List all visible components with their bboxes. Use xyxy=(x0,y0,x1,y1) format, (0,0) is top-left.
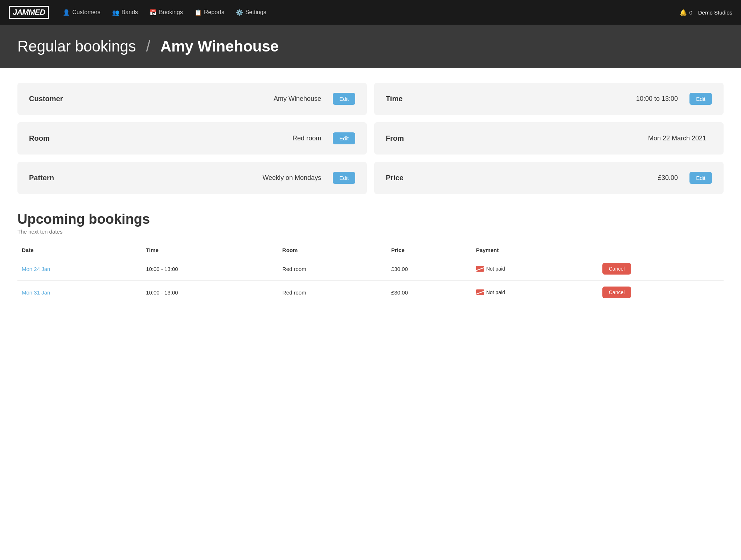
not-paid-icon xyxy=(476,289,484,295)
room-edit-button[interactable]: Edit xyxy=(333,132,355,144)
room-card: Room Red room Edit xyxy=(17,122,367,155)
payment-status: Not paid xyxy=(486,289,505,295)
settings-icon xyxy=(236,9,243,16)
pattern-edit-button[interactable]: Edit xyxy=(333,172,355,184)
cell-price: £30.00 xyxy=(387,281,472,304)
nav-bands[interactable]: Bands xyxy=(107,6,143,19)
from-value: Mon 22 March 2021 xyxy=(435,135,712,142)
from-label: From xyxy=(386,134,429,143)
price-label: Price xyxy=(386,174,429,182)
cancel-button[interactable]: Cancel xyxy=(602,263,631,275)
nav-bookings[interactable]: Bookings xyxy=(144,6,188,19)
nav-reports[interactable]: Reports xyxy=(189,6,229,19)
customer-value: Amy Winehouse xyxy=(78,95,327,103)
pattern-card: Pattern Weekly on Mondays Edit xyxy=(17,162,367,194)
col-date: Date xyxy=(17,243,142,257)
cell-cancel[interactable]: Cancel xyxy=(598,257,724,281)
nav-customers[interactable]: Customers xyxy=(58,6,105,19)
info-grid: Customer Amy Winehouse Edit Time 10:00 t… xyxy=(17,83,724,194)
cancel-button[interactable]: Cancel xyxy=(602,287,631,298)
nav-items: Customers Bands Bookings Reports Setting… xyxy=(58,6,677,19)
page-header: Regular bookings / Amy Winehouse xyxy=(0,25,741,68)
user-icon xyxy=(63,9,70,16)
cell-price: £30.00 xyxy=(387,257,472,281)
cell-date[interactable]: Mon 31 Jan xyxy=(17,281,142,304)
bell-icon xyxy=(680,9,687,16)
date-link[interactable]: Mon 31 Jan xyxy=(22,289,50,296)
time-value: 10:00 to 13:00 xyxy=(435,95,684,103)
cell-date[interactable]: Mon 24 Jan xyxy=(17,257,142,281)
nav-settings[interactable]: Settings xyxy=(231,6,271,19)
price-edit-button[interactable]: Edit xyxy=(689,172,712,184)
table-header: Date Time Room Price Payment xyxy=(17,243,724,257)
table-body: Mon 24 Jan 10:00 - 13:00 Red room £30.00… xyxy=(17,257,724,304)
payment-badge: Not paid xyxy=(476,266,594,272)
bookings-table: Date Time Room Price Payment Mon 24 Jan … xyxy=(17,243,724,304)
pattern-value: Weekly on Mondays xyxy=(78,174,327,182)
breadcrumb-parent[interactable]: Regular bookings xyxy=(17,38,136,55)
upcoming-subtitle: The next ten dates xyxy=(17,228,724,235)
table-row: Mon 31 Jan 10:00 - 13:00 Red room £30.00… xyxy=(17,281,724,304)
not-paid-icon xyxy=(476,266,484,272)
cell-room: Red room xyxy=(278,281,387,304)
col-room: Room xyxy=(278,243,387,257)
price-card: Price £30.00 Edit xyxy=(374,162,724,194)
table-row: Mon 24 Jan 10:00 - 13:00 Red room £30.00… xyxy=(17,257,724,281)
upcoming-title: Upcoming bookings xyxy=(17,211,724,227)
cell-cancel[interactable]: Cancel xyxy=(598,281,724,304)
cell-payment: Not paid xyxy=(472,257,598,281)
payment-status: Not paid xyxy=(486,266,505,272)
breadcrumb-separator: / xyxy=(146,38,151,55)
customer-card: Customer Amy Winehouse Edit xyxy=(17,83,367,115)
main-nav: JAMMED Customers Bands Bookings Reports … xyxy=(0,0,741,25)
band-icon xyxy=(112,9,119,16)
payment-badge: Not paid xyxy=(476,289,594,295)
notification-count: 0 xyxy=(689,9,692,16)
col-price: Price xyxy=(387,243,472,257)
room-value: Red room xyxy=(78,135,327,142)
pattern-label: Pattern xyxy=(29,174,73,182)
customer-edit-button[interactable]: Edit xyxy=(333,93,355,105)
room-label: Room xyxy=(29,134,73,143)
logo[interactable]: JAMMED xyxy=(9,6,49,19)
cell-payment: Not paid xyxy=(472,281,598,304)
col-time: Time xyxy=(142,243,278,257)
time-edit-button[interactable]: Edit xyxy=(689,93,712,105)
time-label: Time xyxy=(386,95,429,103)
col-payment: Payment xyxy=(472,243,598,257)
upcoming-section: Upcoming bookings The next ten dates Dat… xyxy=(17,211,724,304)
col-actions xyxy=(598,243,724,257)
calendar-icon xyxy=(150,9,157,16)
price-value: £30.00 xyxy=(435,174,684,182)
cell-time: 10:00 - 13:00 xyxy=(142,281,278,304)
cell-time: 10:00 - 13:00 xyxy=(142,257,278,281)
customer-label: Customer xyxy=(29,95,73,103)
breadcrumb-current: Amy Winehouse xyxy=(160,38,279,55)
cell-room: Red room xyxy=(278,257,387,281)
nav-right: 0 Demo Studios xyxy=(680,9,732,16)
report-icon xyxy=(195,9,202,16)
date-link[interactable]: Mon 24 Jan xyxy=(22,266,50,272)
main-content: Customer Amy Winehouse Edit Time 10:00 t… xyxy=(0,68,741,318)
time-card: Time 10:00 to 13:00 Edit xyxy=(374,83,724,115)
studio-name: Demo Studios xyxy=(698,9,732,16)
from-card: From Mon 22 March 2021 xyxy=(374,122,724,155)
notification-bell[interactable]: 0 xyxy=(680,9,692,16)
